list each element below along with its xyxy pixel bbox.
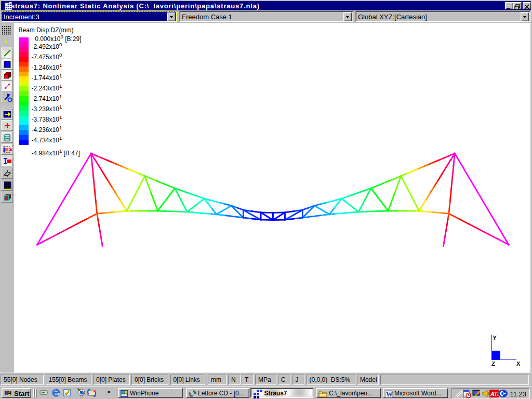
svg-text:W: W — [386, 390, 393, 398]
svg-text:Y: Y — [493, 335, 497, 341]
svg-text:X: X — [516, 361, 521, 367]
svg-text:Z: Z — [491, 361, 495, 367]
